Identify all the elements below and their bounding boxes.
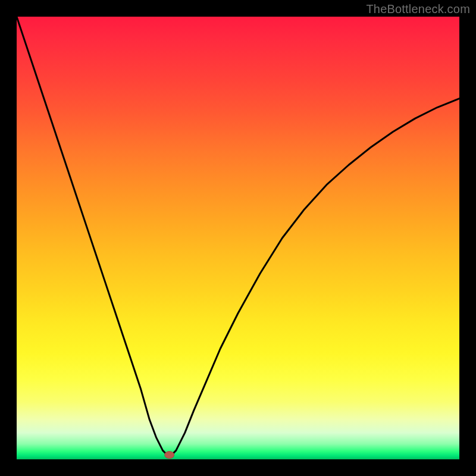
optimum-marker bbox=[165, 452, 174, 459]
chart-frame: TheBottleneck.com bbox=[0, 0, 476, 476]
watermark-text: TheBottleneck.com bbox=[366, 2, 470, 16]
plot-area bbox=[17, 17, 459, 459]
bottleneck-curve bbox=[17, 17, 459, 457]
curve-layer bbox=[17, 17, 459, 459]
